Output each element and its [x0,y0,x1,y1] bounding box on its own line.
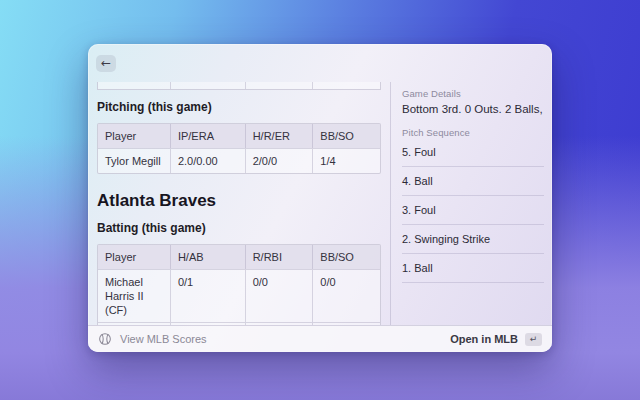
return-key-icon: ↵ [525,333,542,346]
footer-command-label: View MLB Scores [120,333,207,345]
column-header: Player [98,124,170,148]
footer-context: View MLB Scores [98,332,207,346]
extension-window: ← Pitching (this game) Player IP/ERA H/R… [88,44,552,352]
action-footer: View MLB Scores Open in MLB ↵ [88,325,552,352]
baseball-icon [98,332,112,346]
column-header: H/R/ER [245,124,313,148]
column-header: R/RBI [245,245,313,269]
player-cell: Michael Harris II (CF) [98,270,170,322]
pitching-section-title: Pitching (this game) [97,100,381,114]
column-header: BB/SO [312,245,380,269]
pitch-sequence-item: 5. Foul [402,138,544,167]
table-row: Michael Harris II (CF) 0/1 0/0 0/0 [98,269,380,322]
open-in-mlb-action[interactable]: Open in MLB ↵ [450,333,542,346]
batting-section-title: Batting (this game) [97,221,381,235]
detail-scroll-area[interactable]: Pitching (this game) Player IP/ERA H/R/E… [88,82,390,325]
column-header: IP/ERA [170,124,245,148]
stat-cell: 2/0/0 [245,149,313,173]
table-row: Tylor Megill 2.0/0.00 2/0/0 1/4 [98,148,380,173]
player-cell: Tylor Megill [98,149,170,173]
window-body: Pitching (this game) Player IP/ERA H/R/E… [88,82,552,325]
team-heading: Atlanta Braves [97,191,381,211]
game-details-value: Bottom 3rd. 0 Outs. 2 Balls, 2 Strik... [402,103,544,115]
pitch-sequence-item: 2. Swinging Strike [402,225,544,254]
stat-cell: 0/0 [312,270,380,322]
pitch-sequence-label: Pitch Sequence [402,127,544,138]
back-button[interactable]: ← [96,55,116,72]
batting-table: Player H/AB R/RBI BB/SO Michael Harris I… [97,244,381,325]
pitch-sequence-item: 4. Ball [402,167,544,196]
metadata-sidebar: Game Details Bottom 3rd. 0 Outs. 2 Balls… [390,82,552,325]
column-header: BB/SO [312,124,380,148]
window-header: ← [88,44,552,82]
stat-cell: 0/0 [245,270,313,322]
clipped-table-edge [97,82,381,90]
game-details-label: Game Details [402,88,544,99]
open-in-mlb-label: Open in MLB [450,333,518,345]
pitching-table: Player IP/ERA H/R/ER BB/SO Tylor Megill … [97,123,381,174]
stat-cell: 1/4 [312,149,380,173]
pitch-sequence-item: 3. Foul [402,196,544,225]
pitch-sequence-item: 1. Ball [402,254,544,283]
pitching-table-header: Player IP/ERA H/R/ER BB/SO [98,124,380,148]
column-header: H/AB [170,245,245,269]
stat-cell: 0/1 [170,270,245,322]
column-header: Player [98,245,170,269]
batting-table-header: Player H/AB R/RBI BB/SO [98,245,380,269]
stat-cell: 2.0/0.00 [170,149,245,173]
